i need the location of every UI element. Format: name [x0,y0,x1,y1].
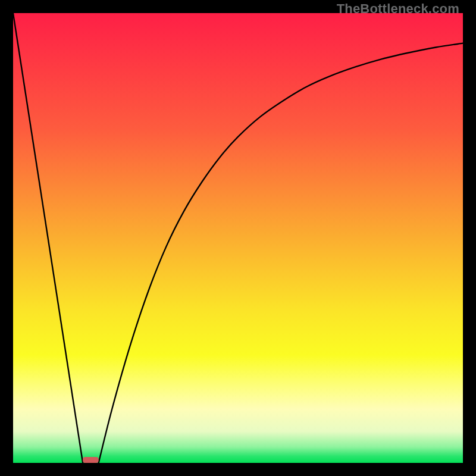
chart-frame [13,13,463,463]
chart-gradient-bg [13,13,463,463]
bottleneck-marker [83,457,98,463]
chart-svg [13,13,463,463]
watermark-text: TheBottleneck.com [337,1,459,17]
